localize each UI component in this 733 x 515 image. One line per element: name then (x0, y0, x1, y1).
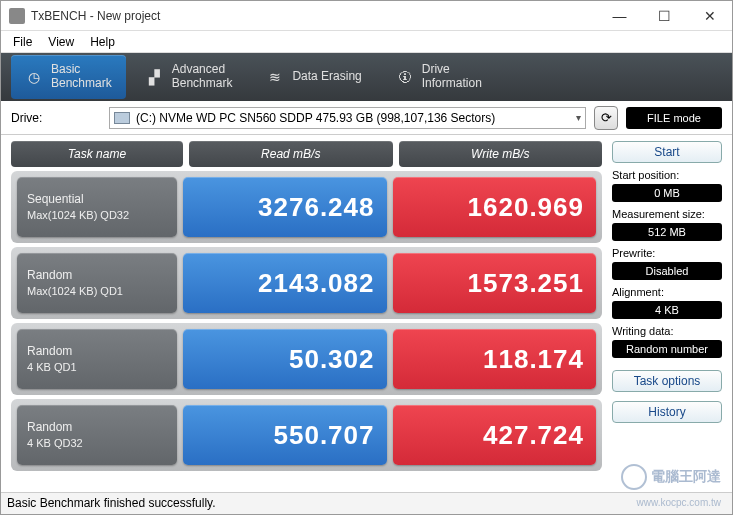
tab-label: Basic Benchmark (51, 63, 112, 91)
task-cell: Random Max(1024 KB) QD1 (17, 253, 177, 313)
header-write: Write mB/s (399, 141, 603, 167)
start-position-value[interactable]: 0 MB (612, 184, 722, 202)
drive-label: Drive: (11, 111, 101, 125)
start-position-label: Start position: (612, 169, 722, 181)
menu-help[interactable]: Help (82, 33, 123, 51)
title-bar: TxBENCH - New project — ☐ ✕ (1, 1, 732, 31)
tab-drive-information[interactable]: 🛈 Drive Information (382, 55, 496, 99)
read-value: 2143.082 (183, 253, 387, 313)
task-cell: Random 4 KB QD1 (17, 329, 177, 389)
write-value: 1620.969 (393, 177, 597, 237)
file-mode-button[interactable]: FILE mode (626, 107, 722, 129)
chart-icon: ▞ (146, 68, 164, 86)
task-name: Random (27, 268, 167, 284)
header-read: Read mB/s (189, 141, 393, 167)
watermark-url: www.kocpc.com.tw (637, 497, 721, 508)
header-row: Task name Read mB/s Write mB/s (11, 141, 602, 167)
result-row: Random 4 KB QD32 550.707 427.724 (11, 399, 602, 471)
prewrite-label: Prewrite: (612, 247, 722, 259)
tab-label: Drive Information (422, 63, 482, 91)
result-row: Sequential Max(1024 KB) QD32 3276.248 16… (11, 171, 602, 243)
drive-row: Drive: (C:) NVMe WD PC SN560 SDDP 475.93… (1, 101, 732, 135)
chevron-down-icon: ▾ (576, 112, 581, 123)
result-row: Random Max(1024 KB) QD1 2143.082 1573.25… (11, 247, 602, 319)
tab-advanced-benchmark[interactable]: ▞ Advanced Benchmark (132, 55, 247, 99)
tab-strip: ◷ Basic Benchmark ▞ Advanced Benchmark ≋… (1, 53, 732, 101)
alignment-value[interactable]: 4 KB (612, 301, 722, 319)
menu-file[interactable]: File (5, 33, 40, 51)
status-bar: Basic Benchmark finished successfully. (1, 492, 732, 514)
minimize-button[interactable]: — (597, 1, 642, 30)
write-value: 427.724 (393, 405, 597, 465)
task-cell: Sequential Max(1024 KB) QD32 (17, 177, 177, 237)
refresh-icon: ⟳ (601, 110, 612, 125)
result-row: Random 4 KB QD1 50.302 118.174 (11, 323, 602, 395)
task-detail: Max(1024 KB) QD32 (27, 208, 167, 222)
erase-icon: ≋ (266, 68, 284, 86)
measurement-size-value[interactable]: 512 MB (612, 223, 722, 241)
read-value: 50.302 (183, 329, 387, 389)
prewrite-value[interactable]: Disabled (612, 262, 722, 280)
writing-data-label: Writing data: (612, 325, 722, 337)
task-name: Random (27, 420, 167, 436)
start-button[interactable]: Start (612, 141, 722, 163)
task-cell: Random 4 KB QD32 (17, 405, 177, 465)
maximize-button[interactable]: ☐ (642, 1, 687, 30)
write-value: 118.174 (393, 329, 597, 389)
window-title: TxBENCH - New project (31, 9, 597, 23)
menu-bar: File View Help (1, 31, 732, 53)
task-name: Sequential (27, 192, 167, 208)
refresh-button[interactable]: ⟳ (594, 106, 618, 130)
tab-basic-benchmark[interactable]: ◷ Basic Benchmark (11, 55, 126, 99)
task-detail: 4 KB QD1 (27, 360, 167, 374)
read-value: 550.707 (183, 405, 387, 465)
close-button[interactable]: ✕ (687, 1, 732, 30)
measurement-size-label: Measurement size: (612, 208, 722, 220)
alignment-label: Alignment: (612, 286, 722, 298)
benchmark-column: Task name Read mB/s Write mB/s Sequentia… (11, 141, 602, 489)
writing-data-value[interactable]: Random number (612, 340, 722, 358)
drive-selected-text: (C:) NVMe WD PC SN560 SDDP 475.93 GB (99… (136, 111, 495, 125)
content-area: Task name Read mB/s Write mB/s Sequentia… (1, 135, 732, 489)
task-options-button[interactable]: Task options (612, 370, 722, 392)
history-button[interactable]: History (612, 401, 722, 423)
disk-icon (114, 112, 130, 124)
clock-icon: ◷ (25, 68, 43, 86)
side-panel: Start Start position: 0 MB Measurement s… (612, 141, 722, 489)
info-icon: 🛈 (396, 68, 414, 86)
header-task: Task name (11, 141, 183, 167)
read-value: 3276.248 (183, 177, 387, 237)
app-icon (9, 8, 25, 24)
task-detail: 4 KB QD32 (27, 436, 167, 450)
task-detail: Max(1024 KB) QD1 (27, 284, 167, 298)
task-name: Random (27, 344, 167, 360)
menu-view[interactable]: View (40, 33, 82, 51)
tab-data-erasing[interactable]: ≋ Data Erasing (252, 60, 375, 94)
write-value: 1573.251 (393, 253, 597, 313)
tab-label: Data Erasing (292, 70, 361, 84)
drive-select[interactable]: (C:) NVMe WD PC SN560 SDDP 475.93 GB (99… (109, 107, 586, 129)
tab-label: Advanced Benchmark (172, 63, 233, 91)
